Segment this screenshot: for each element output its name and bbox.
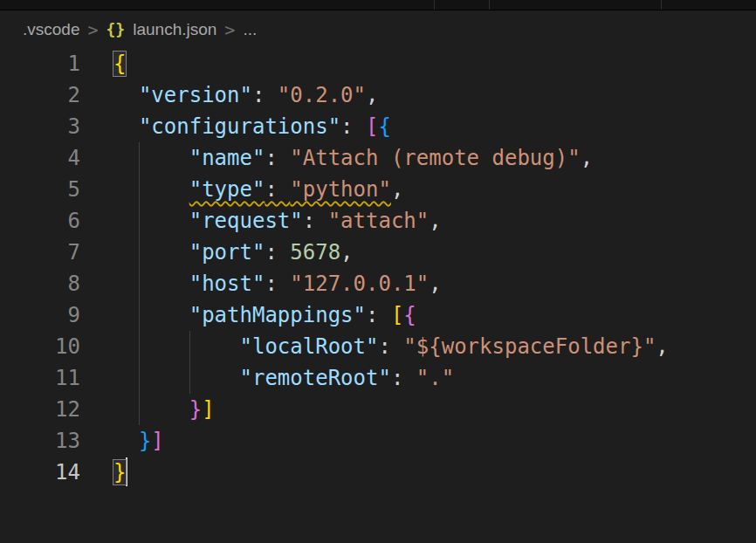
- code-token[interactable]: "port": [189, 240, 265, 265]
- line-number[interactable]: 6: [0, 205, 80, 237]
- code-line[interactable]: 10 "localRoot": "${workspaceFolder}",: [0, 331, 756, 362]
- chevron-right-icon: >: [224, 19, 235, 40]
- code-token[interactable]: 5678: [290, 240, 340, 265]
- indent-guide: [139, 142, 140, 174]
- code-line[interactable]: 14}: [0, 457, 756, 488]
- editor[interactable]: 1{2 "version": "0.2.0",3 "configurations…: [0, 48, 756, 488]
- code-token[interactable]: [113, 177, 189, 202]
- code-token[interactable]: :: [303, 209, 328, 233]
- code-line[interactable]: 13 }]: [0, 425, 756, 457]
- line-number[interactable]: 1: [0, 48, 80, 79]
- indent-guide: [139, 174, 140, 205]
- code-line[interactable]: 3 "configurations": [{: [0, 111, 756, 142]
- code-token[interactable]: "type": [189, 177, 265, 202]
- code-token[interactable]: "127.0.0.1": [290, 272, 429, 296]
- indent-guide: [139, 299, 140, 331]
- line-number[interactable]: 2: [0, 79, 80, 111]
- code-token[interactable]: :: [391, 366, 416, 390]
- code-token[interactable]: :: [265, 240, 290, 265]
- code-token[interactable]: [113, 303, 189, 327]
- code-token[interactable]: ]: [151, 429, 163, 453]
- code-token[interactable]: [113, 272, 189, 296]
- breadcrumb-item-symbols[interactable]: ...: [243, 20, 257, 39]
- code-token[interactable]: {: [378, 114, 390, 139]
- breadcrumb-item-folder[interactable]: .vscode: [23, 20, 79, 39]
- line-number[interactable]: 8: [0, 268, 80, 299]
- code-line[interactable]: 12 }]: [0, 394, 756, 425]
- code-line[interactable]: 11 "remoteRoot": ".": [0, 362, 756, 394]
- line-number[interactable]: 5: [0, 174, 80, 205]
- code-token[interactable]: [113, 146, 189, 170]
- code-line[interactable]: 5 "type": "python",: [0, 174, 756, 205]
- code-token[interactable]: "name": [189, 146, 265, 170]
- code-token[interactable]: {: [113, 52, 126, 76]
- code-token[interactable]: :: [378, 334, 403, 359]
- code-token[interactable]: }: [113, 460, 126, 485]
- tab-divider: [661, 0, 662, 10]
- code-token[interactable]: "0.2.0": [278, 83, 366, 107]
- code-token[interactable]: "attach": [328, 209, 430, 233]
- code-token[interactable]: [113, 83, 139, 107]
- code-token[interactable]: ,: [366, 83, 378, 107]
- code-line[interactable]: 9 "pathMappings": [{: [0, 299, 756, 331]
- code-token[interactable]: ,: [581, 146, 593, 170]
- code-token[interactable]: ,: [340, 240, 353, 265]
- code-line[interactable]: 4 "name": "Attach (remote debug)",: [0, 142, 756, 174]
- code-token[interactable]: ,: [429, 272, 441, 296]
- code-token[interactable]: [113, 397, 189, 422]
- code-token[interactable]: ,: [391, 177, 403, 202]
- code-token[interactable]: [113, 366, 240, 390]
- code-token[interactable]: "configurations": [139, 114, 340, 139]
- code-token[interactable]: "pathMappings": [189, 303, 366, 327]
- code-token[interactable]: :: [265, 146, 290, 170]
- line-number[interactable]: 11: [0, 362, 80, 394]
- code-token[interactable]: [: [391, 303, 403, 327]
- code-token[interactable]: ,: [656, 334, 668, 359]
- line-number[interactable]: 13: [0, 425, 80, 457]
- indent-guide: [139, 331, 140, 362]
- code-token[interactable]: "Attach (remote debug)": [290, 146, 580, 170]
- code-token[interactable]: }: [139, 429, 151, 453]
- code-token[interactable]: [113, 334, 240, 359]
- code-token[interactable]: :: [366, 303, 391, 327]
- code-line[interactable]: 7 "port": 5678,: [0, 237, 756, 268]
- indent-guide: [189, 331, 190, 362]
- code-line[interactable]: 6 "request": "attach",: [0, 205, 756, 237]
- line-number[interactable]: 3: [0, 111, 80, 142]
- code-line[interactable]: 2 "version": "0.2.0",: [0, 79, 756, 111]
- code-token[interactable]: [: [366, 114, 378, 139]
- code-token[interactable]: {: [403, 303, 416, 327]
- code-token[interactable]: "host": [189, 272, 265, 296]
- code-token[interactable]: ]: [202, 397, 214, 422]
- line-number[interactable]: 14: [0, 457, 80, 488]
- code-line[interactable]: 8 "host": "127.0.0.1",: [0, 268, 756, 299]
- code-token[interactable]: [113, 209, 189, 233]
- line-number[interactable]: 10: [0, 331, 80, 362]
- code-token[interactable]: "${workspaceFolder}": [403, 334, 656, 359]
- code-token[interactable]: "localRoot": [240, 334, 379, 359]
- code-token[interactable]: [113, 240, 189, 265]
- json-braces-icon: {}: [107, 20, 126, 38]
- tab-bar[interactable]: [0, 0, 756, 10]
- code-line[interactable]: 1{: [0, 48, 756, 79]
- code-token[interactable]: "request": [189, 209, 303, 233]
- code-token[interactable]: ,: [429, 209, 441, 233]
- line-number[interactable]: 7: [0, 237, 80, 268]
- code-token[interactable]: "python": [290, 177, 391, 202]
- code-token[interactable]: "remoteRoot": [240, 366, 391, 390]
- code-token[interactable]: [113, 429, 139, 453]
- code-token[interactable]: :: [252, 83, 278, 107]
- line-number[interactable]: 4: [0, 142, 80, 174]
- tab-divider: [489, 0, 490, 10]
- breadcrumb-item-file[interactable]: launch.json: [133, 20, 216, 39]
- code-token[interactable]: [113, 114, 139, 139]
- line-number[interactable]: 9: [0, 299, 80, 331]
- code-token[interactable]: :: [340, 114, 366, 139]
- code-token[interactable]: }: [189, 397, 202, 422]
- code-token[interactable]: :: [265, 177, 290, 202]
- code-token[interactable]: "version": [139, 83, 252, 107]
- line-number[interactable]: 12: [0, 394, 80, 425]
- code-token[interactable]: :: [265, 272, 290, 296]
- code-lines[interactable]: 1{2 "version": "0.2.0",3 "configurations…: [0, 48, 756, 488]
- code-token[interactable]: ".": [416, 366, 454, 390]
